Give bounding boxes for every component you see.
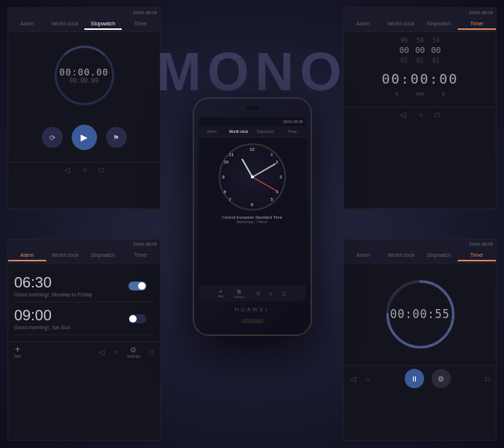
nav-back-icon-tr[interactable]: ◁ xyxy=(400,111,406,119)
alarm-toggle-2[interactable] xyxy=(128,314,146,323)
phone-body: 100% 08:08 Alarm World clock Stopwatch T… xyxy=(193,97,312,336)
phone-settings-button[interactable]: ⚙ Settings xyxy=(234,289,244,299)
panel-tr-content: 99 00 01 59 00 01 59 00 01 00:00:00 h m xyxy=(344,32,496,107)
panel-tr-tabs: Alarm World clock Stopwatch Timer xyxy=(344,17,496,32)
panel-tr-nav: ◁ ○ □ xyxy=(344,107,496,122)
panel-tl-status: 100% 08:08 xyxy=(8,8,160,17)
timer-min-current: 00 xyxy=(415,45,425,56)
tab-worldclock-tl[interactable]: World clock xyxy=(46,19,84,30)
timer-sec-current: 00 xyxy=(431,45,441,56)
panel-timer-top: 100% 08:08 Alarm World clock Stopwatch T… xyxy=(343,7,497,209)
phone-nav-tabs: Alarm World clock Stopwatch Timer xyxy=(199,126,306,137)
tab-alarm-bl[interactable]: Alarm xyxy=(8,250,46,261)
phone-nav-recent[interactable]: □ xyxy=(283,291,286,296)
tab-timer-tr[interactable]: Timer xyxy=(458,19,496,30)
timer-hour-below: 01 xyxy=(400,57,408,65)
phone-tab-timer[interactable]: Timer xyxy=(279,128,306,135)
phone-add-button[interactable]: + Add xyxy=(218,289,223,298)
phone-tab-stopwatch[interactable]: Stopwatch xyxy=(252,128,279,135)
phone-home-indicator xyxy=(241,319,264,323)
tab-worldclock-br[interactable]: World clock xyxy=(382,250,420,261)
phone-brand-label: HUAWEI xyxy=(235,307,270,312)
clock-minute-hand xyxy=(252,163,276,177)
timer-sec-below: 01 xyxy=(432,57,440,65)
nav-recent-icon-br[interactable]: □ xyxy=(485,375,490,383)
phone-bottom-bar: + Add ⚙ Settings ◁ ○ □ xyxy=(199,286,306,301)
stopwatch-display: 00:00.00 00:00.00 xyxy=(14,38,154,119)
tab-worldclock-bl[interactable]: World clock xyxy=(46,250,84,261)
stopwatch-reset-button[interactable]: ⟳ xyxy=(42,127,63,148)
timer-circle-area: 00:00:55 xyxy=(350,270,490,359)
nav-home-icon-bl[interactable]: ○ xyxy=(113,348,118,356)
tab-timer-bl[interactable]: Timer xyxy=(122,250,160,261)
tab-timer-br[interactable]: Timer xyxy=(458,250,496,261)
nav-recent-icon-bl[interactable]: □ xyxy=(149,348,154,356)
nav-back-icon-bl[interactable]: ◁ xyxy=(99,348,105,356)
stopwatch-controls: ⟳ ▶ ⚑ xyxy=(14,119,154,156)
alarm-row-2: 09:00 Good morning!, Sat Sun xyxy=(14,307,154,330)
phone-screen: 100% 08:08 Alarm World clock Stopwatch T… xyxy=(199,117,306,301)
clock-center-dot xyxy=(251,175,254,178)
timer-bottom-controls: ⏸ ⚙ xyxy=(405,369,451,388)
alarm-add-button[interactable]: + Add xyxy=(14,345,21,358)
phone-nav-back[interactable]: ◁ xyxy=(255,290,259,296)
phone-tab-alarm[interactable]: Alarm xyxy=(199,128,225,135)
nav-recent-icon-tr[interactable]: □ xyxy=(435,111,440,119)
alarm-toggle-1[interactable] xyxy=(128,281,146,290)
panel-tl-tabs: Alarm World clock Stopwatch Timer xyxy=(8,17,160,32)
stopwatch-play-button[interactable]: ▶ xyxy=(72,125,97,150)
timer-min-below: 01 xyxy=(417,57,424,65)
panel-br-status: 100% 08:08 xyxy=(344,240,496,249)
nav-back-icon-br[interactable]: ◁ xyxy=(350,375,356,383)
timer-scroll-area: 99 00 01 59 00 01 59 00 01 xyxy=(344,37,496,65)
timer-main-display: 00:00:00 xyxy=(344,66,496,91)
nav-home-icon-tr[interactable]: ○ xyxy=(418,111,423,119)
alarm-item-1: 06:30 Good morning!, Monday to Friday xyxy=(14,270,154,302)
nav-recent-icon-tl[interactable]: □ xyxy=(99,166,104,174)
panel-bl-status: 100% 08:08 xyxy=(8,240,160,249)
nav-home-icon-br[interactable]: ○ xyxy=(365,375,370,383)
stopwatch-lap-button[interactable]: ⚑ xyxy=(106,127,127,148)
alarm-desc-1: Good morning!, Monday to Friday xyxy=(14,292,92,297)
timer-scroll-minutes: 59 00 01 xyxy=(415,37,425,65)
alarm-settings-button[interactable]: ⚙ Settings xyxy=(127,346,140,358)
timer-time-labels: h min s xyxy=(344,91,496,96)
tab-worldclock-tr[interactable]: World clock xyxy=(382,19,420,30)
analog-clock-face: 12 3 6 9 1 2 4 5 7 8 10 11 xyxy=(219,143,286,211)
panel-br-bottom-bar: ◁ ○ ⏸ ⚙ □ xyxy=(344,365,496,391)
timer-settings-button[interactable]: ⚙ xyxy=(432,369,451,388)
tab-alarm-br[interactable]: Alarm xyxy=(344,250,382,261)
panel-tl-content: 00:00.00 00:00.00 ⟳ ▶ ⚑ xyxy=(8,32,160,162)
timer-sec-above: 59 xyxy=(432,37,440,45)
clock-hour-hand xyxy=(241,158,253,177)
alarm-settings-label: Settings xyxy=(127,354,140,358)
phone-notch xyxy=(246,106,258,110)
panel-bl-tabs: Alarm World clock Stopwatch Timer xyxy=(8,249,160,264)
mono-title: MONO xyxy=(157,45,348,99)
panel-bl-content: 06:30 Good morning!, Monday to Friday 09… xyxy=(8,264,160,341)
nav-home-icon-tl[interactable]: ○ xyxy=(82,166,87,174)
stopwatch-ring: 00:00.00 00:00.00 xyxy=(55,46,114,105)
timer-hour-current: 00 xyxy=(399,45,409,56)
tab-stopwatch-br[interactable]: Stopwatch xyxy=(420,250,458,261)
alarm-item-2: 09:00 Good morning!, Sat Sun xyxy=(14,302,154,335)
tab-timer-tl[interactable]: Timer xyxy=(122,19,160,30)
phone-clock-content: 12 3 6 9 1 2 4 5 7 8 10 11 xyxy=(199,137,306,227)
timer-pause-button[interactable]: ⏸ xyxy=(405,369,424,388)
tab-alarm-tl[interactable]: Alarm xyxy=(8,19,46,30)
phone-nav-home[interactable]: ○ xyxy=(270,291,273,296)
tab-stopwatch-tr[interactable]: Stopwatch xyxy=(420,19,458,30)
tab-stopwatch-tl[interactable]: Stopwatch xyxy=(84,19,122,30)
panel-bl-nav: ◁ ○ ⚙ Settings □ xyxy=(99,346,154,358)
timer-scroll-seconds: 59 00 01 xyxy=(431,37,441,65)
phone-mockup: 100% 08:08 Alarm World clock Stopwatch T… xyxy=(193,97,312,336)
tab-alarm-tr[interactable]: Alarm xyxy=(344,19,382,30)
timer-label-h: h xyxy=(395,91,398,96)
phone-tab-worldclock[interactable]: World clock xyxy=(225,128,252,135)
panel-br-nav: ◁ ○ xyxy=(350,375,370,383)
panel-alarm-bottom: 100% 08:08 Alarm World clock Stopwatch T… xyxy=(7,239,161,441)
phone-status-bar: 100% 08:08 xyxy=(199,117,306,126)
tab-stopwatch-bl[interactable]: Stopwatch xyxy=(84,250,122,261)
alarm-desc-2: Good morning!, Sat Sun xyxy=(14,325,70,330)
nav-back-icon-tl[interactable]: ◁ xyxy=(64,166,70,174)
